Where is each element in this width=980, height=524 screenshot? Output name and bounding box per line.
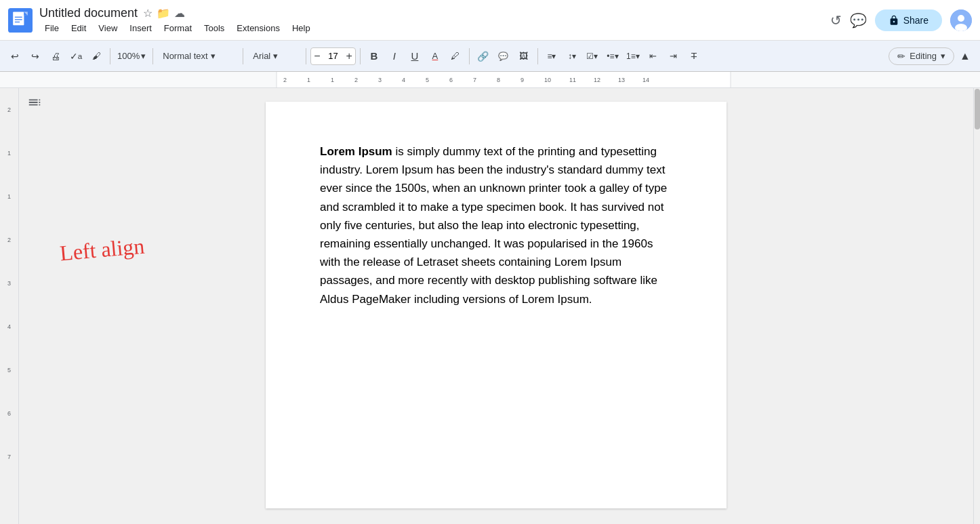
share-button[interactable]: Share [875, 9, 942, 31]
comment-button[interactable]: 💬 [494, 47, 513, 66]
svg-text:11: 11 [569, 77, 576, 83]
font-size-decrease[interactable]: − [311, 48, 323, 64]
text-color-button[interactable]: A [426, 47, 445, 66]
ruler-num-1b: 1 [7, 175, 11, 218]
divider-7 [537, 48, 538, 64]
ruler-marks: 2 1 1 2 3 4 5 6 7 8 9 10 11 12 13 14 [19, 72, 980, 88]
svg-text:10: 10 [544, 77, 551, 83]
outline-icon-container [27, 95, 42, 113]
ruler-num-2: 2 [7, 88, 11, 132]
ruler-numbers: 2 1 1 2 3 4 5 6 7 [0, 88, 18, 479]
editing-mode-button[interactable]: ✏ Editing ▾ [889, 47, 954, 65]
ruler: 2 1 1 2 3 4 5 6 7 8 9 10 11 12 13 14 [0, 72, 980, 88]
style-selector[interactable]: Normal text ▾ [157, 49, 239, 62]
left-margin: 2 1 1 2 3 4 5 6 7 [0, 88, 19, 524]
cloud-icon[interactable]: ☁ [174, 7, 185, 20]
svg-text:8: 8 [497, 77, 500, 83]
star-icon[interactable]: ☆ [143, 7, 152, 20]
document-paragraph[interactable]: Lorem Ipsum is simply dummy text of the … [320, 142, 672, 308]
align-button[interactable]: ≡▾ [542, 47, 561, 66]
font-chevron: ▾ [273, 51, 278, 61]
svg-point-7 [958, 15, 964, 22]
menu-tools[interactable]: Tools [199, 22, 230, 35]
menu-format[interactable]: Format [159, 22, 197, 35]
comment-icon[interactable]: 💬 [850, 12, 867, 28]
font-size-increase[interactable]: + [344, 48, 355, 64]
scrollbar-thumb[interactable] [975, 89, 980, 129]
bullet-list-button[interactable]: •≡▾ [603, 47, 622, 66]
menu-help[interactable]: Help [287, 22, 316, 35]
svg-text:7: 7 [473, 77, 476, 83]
italic-button[interactable]: I [385, 47, 404, 66]
svg-text:9: 9 [520, 77, 524, 83]
divider-1 [110, 48, 110, 64]
spellcheck-button[interactable]: ✓a [66, 47, 85, 66]
divider-5 [360, 48, 361, 64]
redo-button[interactable]: ↪ [26, 47, 45, 66]
title-area: Untitled document ☆ 📁 ☁ File Edit View I… [39, 6, 830, 35]
font-size-input[interactable] [323, 51, 344, 61]
divider-2 [152, 48, 153, 64]
menu-bar: File Edit View Insert Format Tools Exten… [39, 22, 830, 35]
svg-text:2: 2 [354, 77, 358, 83]
menu-file[interactable]: File [39, 22, 64, 35]
ruler-inner: 2 1 1 2 3 4 5 6 7 8 9 10 11 12 13 14 [19, 72, 980, 87]
svg-rect-4 [15, 19, 22, 20]
bold-text-start: Lorem Ipsum [320, 145, 392, 158]
print-button[interactable]: 🖨 [46, 47, 65, 66]
avatar-image [950, 9, 972, 31]
underline-button[interactable]: U [405, 47, 424, 66]
doc-icon [8, 8, 33, 33]
editing-chevron: ▾ [941, 51, 945, 61]
title-bar: Untitled document ☆ 📁 ☁ File Edit View I… [0, 0, 980, 41]
drive-icon[interactable]: 📁 [157, 7, 170, 20]
svg-rect-5 [15, 21, 20, 22]
svg-text:1: 1 [331, 77, 334, 83]
font-size-container: − + [310, 47, 356, 65]
document-text-rest: is simply dummy text of the printing and… [320, 145, 667, 306]
title-icons: ☆ 📁 ☁ [143, 7, 185, 20]
menu-view[interactable]: View [93, 22, 123, 35]
title-right: ↺ 💬 Share [830, 9, 972, 31]
ruler-num-2b: 2 [7, 218, 11, 262]
zoom-selector[interactable]: 100% ▾ [115, 49, 148, 62]
line-spacing-button[interactable]: ↕▾ [563, 47, 581, 66]
svg-rect-1 [13, 12, 24, 25]
toolbar: ↩ ↪ 🖨 ✓a 🖌 100% ▾ Normal text ▾ Arial ▾ … [0, 41, 980, 72]
user-avatar[interactable] [950, 9, 972, 31]
ruler-num-7: 7 [7, 435, 11, 479]
increase-indent-button[interactable]: ⇥ [664, 47, 683, 66]
clear-format-button[interactable]: T̶ [685, 47, 703, 66]
ruler-num-6: 6 [7, 392, 11, 435]
content-area[interactable]: Left align Lorem Ipsum is simply dummy t… [19, 88, 973, 524]
style-chevron: ▾ [211, 51, 216, 61]
svg-text:4: 4 [402, 77, 405, 83]
ruler-num-5: 5 [7, 348, 11, 392]
svg-rect-3 [15, 16, 22, 17]
numbered-list-button[interactable]: 1≡▾ [624, 47, 642, 66]
menu-extensions[interactable]: Extensions [231, 22, 285, 35]
link-button[interactable]: 🔗 [474, 47, 493, 66]
scrollbar-track[interactable] [973, 88, 980, 524]
menu-insert[interactable]: Insert [124, 22, 157, 35]
ruler-num-1: 1 [7, 132, 11, 175]
collapse-toolbar-button[interactable]: ▲ [956, 47, 975, 66]
decrease-indent-button[interactable]: ⇤ [644, 47, 663, 66]
bold-button[interactable]: B [365, 47, 384, 66]
share-label: Share [903, 15, 928, 26]
highlight-button[interactable]: 🖊 [446, 47, 465, 66]
paint-format-button[interactable]: 🖌 [87, 47, 106, 66]
undo-button[interactable]: ↩ [5, 47, 24, 66]
share-lock-icon [889, 15, 899, 26]
image-button[interactable]: 🖼 [514, 47, 533, 66]
zoom-chevron: ▾ [141, 51, 146, 61]
checklist-button[interactable]: ☑▾ [583, 47, 602, 66]
font-selector[interactable]: Arial ▾ [247, 49, 302, 62]
outline-icon[interactable] [27, 95, 42, 110]
document-page[interactable]: Lorem Ipsum is simply dummy text of the … [266, 102, 727, 508]
ruler-num-4: 4 [7, 305, 11, 348]
menu-edit[interactable]: Edit [66, 22, 91, 35]
document-title[interactable]: Untitled document [39, 6, 138, 20]
history-icon[interactable]: ↺ [830, 12, 842, 28]
svg-text:6: 6 [449, 77, 453, 83]
